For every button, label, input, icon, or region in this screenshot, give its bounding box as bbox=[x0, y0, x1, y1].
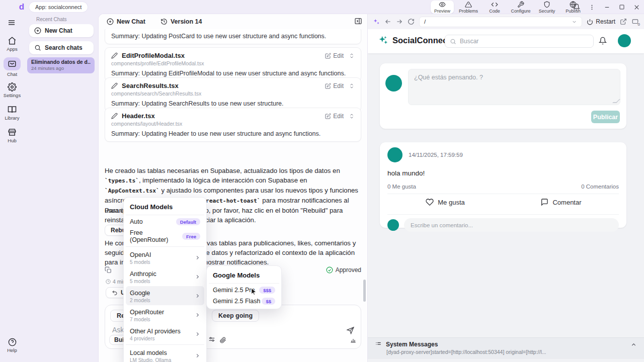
edit-label: Edit bbox=[333, 113, 344, 120]
panel-right-toggle-icon[interactable] bbox=[354, 17, 362, 25]
power-icon bbox=[587, 19, 593, 25]
menu-item-gemini-pro[interactable]: Gemini 2.5 Pro $$$ bbox=[209, 285, 279, 296]
socialconnect-brand[interactable]: SocialConnect bbox=[378, 35, 450, 46]
comment-bubble-icon bbox=[540, 198, 548, 206]
open-external-icon[interactable] bbox=[620, 18, 627, 25]
address-bar[interactable]: / bbox=[419, 17, 582, 27]
file-summary: Summary: Updating Header to use new user… bbox=[111, 130, 355, 137]
sidebar-item-library[interactable]: Library bbox=[0, 105, 24, 121]
menu-item-local-models[interactable]: Local modelsLM Studio, Ollama bbox=[126, 346, 204, 362]
maximize-button[interactable] bbox=[619, 4, 625, 10]
post-textarea[interactable]: ¿Qué estás pensando. ? bbox=[408, 69, 620, 105]
menu-item-free[interactable]: Free (OpenRouter) Free bbox=[126, 227, 204, 245]
composer-avatar bbox=[385, 75, 402, 92]
library-label: Library bbox=[5, 115, 19, 121]
settings-label: Settings bbox=[4, 93, 21, 98]
sidebar-item-help[interactable]: Help bbox=[0, 338, 24, 353]
security-button[interactable]: Security bbox=[535, 1, 558, 14]
edit-button[interactable]: Edit bbox=[325, 113, 344, 120]
notifications-bell-icon[interactable] bbox=[599, 37, 607, 45]
like-button[interactable]: Me gusta bbox=[387, 198, 503, 206]
sidebar-rail: Apps Chat Settings Library Hub Help bbox=[0, 14, 24, 362]
sidebar-item-chat[interactable]: Chat bbox=[0, 57, 24, 77]
console-count: 0 bbox=[638, 22, 640, 27]
edit-button[interactable]: Edit bbox=[325, 52, 344, 59]
restart-button[interactable]: Restart bbox=[587, 18, 615, 25]
forward-icon[interactable] bbox=[396, 18, 403, 25]
chat-new-chat-label: New Chat bbox=[117, 18, 145, 25]
help-label: Help bbox=[7, 347, 17, 353]
help-icon bbox=[8, 338, 17, 346]
system-messages-bar[interactable]: System Messages [dyad-proxy-server]start… bbox=[368, 337, 644, 359]
socialconnect-search[interactable]: Buscar bbox=[445, 35, 594, 48]
store-icon bbox=[8, 128, 17, 137]
plus-circle-icon bbox=[34, 27, 41, 34]
chevron-down-icon[interactable] bbox=[572, 19, 577, 25]
post-content: hola mundo! bbox=[387, 169, 619, 177]
problems-button[interactable]: Problems bbox=[457, 1, 480, 14]
sidebar-item-hub[interactable]: Hub bbox=[0, 128, 24, 143]
console-icon[interactable]: 0 bbox=[631, 18, 639, 25]
chat-scrollbar[interactable] bbox=[363, 280, 366, 302]
file-name: Header.tsx bbox=[122, 112, 155, 120]
sparkles-icon[interactable] bbox=[373, 18, 380, 25]
clock-icon bbox=[106, 279, 111, 284]
menu-item-openrouter[interactable]: OpenRouter7 models bbox=[126, 305, 204, 324]
back-icon[interactable] bbox=[384, 18, 391, 25]
edit-button[interactable]: Edit bbox=[325, 82, 344, 89]
file-card: SearchResults.tsx Edit components/search… bbox=[105, 77, 361, 112]
menu-item-other-providers[interactable]: Other AI providers4 providers bbox=[126, 324, 204, 343]
comments-count: 0 Comentarios bbox=[581, 184, 619, 190]
copy-icon[interactable] bbox=[105, 266, 112, 274]
menu-item-anthropic[interactable]: Anthropic5 models bbox=[126, 267, 204, 286]
expand-icon[interactable] bbox=[349, 113, 355, 119]
sidebar-item-settings[interactable]: Settings bbox=[0, 82, 24, 98]
pencil-icon bbox=[111, 113, 118, 119]
refresh-icon[interactable] bbox=[408, 18, 415, 25]
book-icon bbox=[8, 105, 17, 114]
resize-grip[interactable] bbox=[612, 99, 620, 103]
minimize-button[interactable] bbox=[604, 4, 610, 11]
comment-input[interactable]: Escribe un comentario... bbox=[404, 218, 619, 232]
menu-item-gemini-flash[interactable]: Gemini 2.5 Flash $$ bbox=[209, 296, 279, 307]
new-chat-label: New Chat bbox=[45, 27, 72, 34]
home-icon bbox=[8, 36, 17, 45]
usage-chart-icon[interactable] bbox=[350, 336, 357, 343]
publish-button[interactable]: Publicar bbox=[591, 111, 620, 123]
version-button[interactable]: Version 14 bbox=[156, 16, 206, 27]
menu-item-openai[interactable]: OpenAI5 models bbox=[126, 248, 204, 267]
plus-circle-icon bbox=[107, 18, 114, 25]
app-name-pill[interactable]: App: socialconnect bbox=[29, 2, 88, 12]
chevron-up-icon[interactable] bbox=[630, 341, 637, 348]
history-icon bbox=[160, 18, 168, 25]
configure-button[interactable]: Configure bbox=[509, 1, 532, 14]
sidebar-item-apps[interactable]: Apps bbox=[0, 36, 24, 52]
preview-panel: / Restart 0 SocialConnect bbox=[367, 14, 644, 362]
post-timestamp: 14/11/2025, 17:59:59 bbox=[409, 152, 463, 158]
attach-icon[interactable] bbox=[220, 337, 226, 343]
chat-new-chat-button[interactable]: New Chat bbox=[103, 16, 149, 27]
new-chat-button[interactable]: New Chat bbox=[29, 24, 94, 37]
sliders-icon[interactable] bbox=[208, 336, 215, 343]
menu-item-auto[interactable]: Auto Default bbox=[126, 216, 204, 227]
file-card: Header.tsx Edit components/layout/Header… bbox=[105, 108, 361, 142]
titlebar: d App: socialconnect Preview Problems Co… bbox=[0, 0, 644, 14]
menu-item-google[interactable]: Google2 models bbox=[126, 286, 204, 305]
kebab-menu-icon[interactable] bbox=[589, 4, 595, 11]
hamburger-menu-icon[interactable] bbox=[7, 18, 16, 27]
chevron-right-icon bbox=[195, 312, 200, 318]
system-messages-title: System Messages bbox=[386, 341, 438, 348]
search-chats-button[interactable]: Search chats bbox=[29, 41, 94, 54]
expand-icon[interactable] bbox=[349, 53, 355, 59]
expand-icon[interactable] bbox=[349, 83, 355, 89]
send-icon[interactable] bbox=[346, 326, 355, 334]
user-avatar[interactable] bbox=[618, 34, 631, 47]
chat-list-item[interactable]: Eliminando datos de d... 24 minutes ago bbox=[27, 57, 95, 73]
comment-button[interactable]: Comentar bbox=[503, 198, 619, 206]
bell-icon[interactable] bbox=[573, 4, 580, 11]
keep-going-chip[interactable]: Keep going bbox=[212, 310, 259, 322]
code-button[interactable]: Code bbox=[483, 1, 506, 14]
close-button[interactable] bbox=[633, 4, 640, 11]
code-label: Code bbox=[489, 9, 500, 14]
preview-button[interactable]: Preview bbox=[431, 1, 454, 14]
